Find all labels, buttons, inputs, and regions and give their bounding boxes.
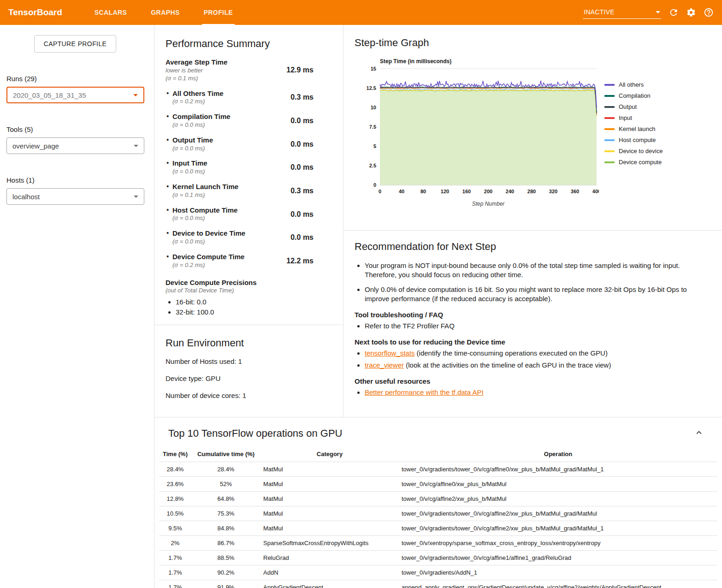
perf-item-sigma: (σ = 0.1 ms) bbox=[172, 191, 238, 199]
svg-text:400: 400 bbox=[592, 189, 599, 194]
next-tool-item: tensorflow_stats (identify the time-cons… bbox=[365, 348, 711, 358]
perf-item-label: Host Compute Time bbox=[172, 206, 237, 215]
legend-label: Host compute bbox=[619, 137, 656, 143]
page-body: CAPTURE PROFILE Runs (29) 2020_03_05_18_… bbox=[0, 25, 722, 588]
svg-text:120: 120 bbox=[441, 189, 449, 194]
precisions-note: (out of Total Device Time) bbox=[166, 287, 332, 295]
category-cell: MatMul bbox=[260, 462, 399, 477]
help-button[interactable] bbox=[704, 7, 714, 18]
tab-graphs[interactable]: GRAPHS bbox=[139, 0, 191, 25]
operation-cell: tower_0/v/gradients/tower_0/v/cg/affine0… bbox=[399, 462, 717, 477]
tool-link[interactable]: tensorflow_stats bbox=[365, 349, 414, 357]
perf-item-value: 0.0 ms bbox=[290, 163, 332, 172]
refresh-button[interactable] bbox=[669, 7, 679, 18]
settings-button[interactable] bbox=[686, 7, 696, 18]
performance-summary-panel: Performance Summary Average Step Time lo… bbox=[154, 25, 343, 325]
perf-item-label-block: Device Compute Time(σ = 0.2 ms) bbox=[166, 253, 244, 269]
perf-summary-item: Compilation Time(σ = 0.0 ms)0.0 ms bbox=[166, 113, 332, 129]
cumulative-cell: 90.2% bbox=[191, 565, 260, 580]
svg-text:280: 280 bbox=[527, 189, 536, 194]
perf-item-value: 0.3 ms bbox=[290, 93, 332, 101]
table-row: 10.5%75.3%MatMultower_0/v/gradients/towe… bbox=[159, 506, 717, 521]
resource-link[interactable]: Better performance with the tf.data API bbox=[365, 388, 484, 396]
cumulative-cell: 52% bbox=[191, 477, 260, 492]
svg-text:2.5: 2.5 bbox=[369, 163, 376, 168]
svg-text:0: 0 bbox=[373, 182, 376, 188]
perf-item-label-block: Host Compute Time(σ = 0.0 ms) bbox=[166, 206, 237, 223]
legend-swatch-icon bbox=[604, 161, 615, 163]
tab-scalars[interactable]: SCALARS bbox=[83, 0, 139, 25]
collapse-section-button[interactable] bbox=[692, 426, 706, 441]
legend-label: Device compute bbox=[619, 159, 662, 166]
tool-link[interactable]: trace_viewer bbox=[365, 361, 404, 369]
cumulative-cell: 91.9% bbox=[191, 580, 260, 588]
time-cell: 2% bbox=[159, 536, 191, 551]
svg-text:Step Number: Step Number bbox=[472, 201, 505, 207]
faq-header: Tool troubleshooting / FAQ bbox=[355, 311, 711, 319]
perf-item-value: 0.0 ms bbox=[290, 117, 332, 125]
run-environment-lines: Number of Hosts used: 1Device type: GPUN… bbox=[166, 357, 332, 399]
precision-item: 16-bit: 0.0 bbox=[176, 298, 332, 306]
category-cell: ApplyGradientDescent bbox=[260, 580, 399, 588]
recommendation-bullet: Only 0.0% of device computation is 16 bi… bbox=[365, 285, 711, 304]
hosts-select[interactable]: localhost bbox=[6, 188, 144, 205]
average-step-time-row: Average Step Time lower is better (σ = 0… bbox=[166, 58, 332, 83]
help-icon bbox=[704, 7, 714, 18]
perf-item-value: 0.0 ms bbox=[290, 233, 332, 242]
column-header: Time (%) bbox=[159, 446, 191, 462]
chevron-down-icon bbox=[134, 145, 138, 147]
svg-text:360: 360 bbox=[571, 189, 579, 194]
cumulative-cell: 88.5% bbox=[191, 551, 260, 565]
category-cell: MatMul bbox=[260, 492, 399, 506]
column-header: Cumulative time (%) bbox=[191, 446, 260, 462]
run-environment-panel: Run Environment Number of Hosts used: 1D… bbox=[154, 325, 343, 417]
column-header: Operation bbox=[399, 446, 717, 462]
tab-profile[interactable]: PROFILE bbox=[192, 0, 245, 25]
perf-item-sigma: (σ = 0.0 ms) bbox=[172, 168, 207, 176]
recommendation-title: Recommendation for Next Step bbox=[355, 241, 711, 253]
perf-item-value: 12.2 ms bbox=[286, 257, 332, 265]
faq-list: Refer to the TF2 Profiler FAQ bbox=[365, 321, 711, 331]
precisions-list: 16-bit: 0.032-bit: 100.0 bbox=[176, 298, 332, 316]
time-cell: 1.7% bbox=[159, 565, 191, 580]
perf-item-value: 0.0 ms bbox=[290, 210, 332, 219]
perf-item-sigma: (σ = 0.0 ms) bbox=[172, 121, 231, 129]
perf-item-label: All Others Time bbox=[172, 89, 224, 98]
svg-text:12.5: 12.5 bbox=[367, 85, 376, 91]
step-time-graph-title: Step-time Graph bbox=[355, 37, 711, 49]
legend-item: Compilation bbox=[604, 92, 663, 99]
legend-label: Compilation bbox=[619, 92, 651, 99]
run-environment-title: Run Environment bbox=[166, 337, 332, 349]
other-resources-list: Better performance with the tf.data API bbox=[365, 387, 711, 397]
precisions-label: Device Compute Precisions bbox=[166, 279, 332, 287]
svg-text:160: 160 bbox=[462, 189, 471, 194]
app-title[interactable]: TensorBoard bbox=[0, 0, 83, 25]
precision-item: 32-bit: 100.0 bbox=[176, 308, 332, 316]
capture-profile-button[interactable]: CAPTURE PROFILE bbox=[34, 35, 117, 53]
perf-item-label: Output Time bbox=[172, 136, 213, 145]
run-status-select[interactable]: INACTIVE bbox=[583, 6, 661, 19]
legend-swatch-icon bbox=[604, 150, 615, 152]
perf-summary-item: Device to Device Time(σ = 0.0 ms)0.0 ms bbox=[166, 229, 332, 246]
runs-select[interactable]: 2020_03_05_18_31_35 bbox=[6, 87, 144, 103]
left-column: Performance Summary Average Step Time lo… bbox=[154, 25, 343, 417]
svg-text:320: 320 bbox=[549, 189, 557, 194]
category-cell: ReluGrad bbox=[260, 551, 399, 565]
perf-summary-items: All Others Time(σ = 0.2 ms)0.3 msCompila… bbox=[166, 89, 332, 269]
time-cell: 28.4% bbox=[159, 462, 191, 477]
legend-label: Kernel launch bbox=[619, 125, 656, 132]
time-cell: 1.7% bbox=[159, 551, 191, 565]
runs-label: Runs (29) bbox=[6, 75, 144, 83]
top-ops-table: Time (%)Cumulative time (%)CategoryOpera… bbox=[159, 446, 717, 588]
time-cell: 9.5% bbox=[159, 521, 191, 536]
chevron-down-icon bbox=[134, 196, 138, 198]
legend-label: Output bbox=[619, 103, 637, 110]
table-row: 23.6%52%MatMultower_0/v/cg/affine0/xw_pl… bbox=[159, 477, 717, 492]
recommendation-panel: Recommendation for Next Step Your progra… bbox=[343, 231, 722, 410]
operation-cell: tower_0/v/gradients/AddN_1 bbox=[399, 565, 717, 580]
tools-select[interactable]: overview_page bbox=[6, 137, 144, 154]
run-environment-line: Number of device cores: 1 bbox=[166, 392, 332, 399]
legend-item: Output bbox=[604, 103, 663, 110]
app-header: TensorBoard SCALARS GRAPHS PROFILE INACT… bbox=[0, 0, 722, 25]
tool-link-suffix: (look at the activities on the timeline … bbox=[404, 361, 611, 369]
